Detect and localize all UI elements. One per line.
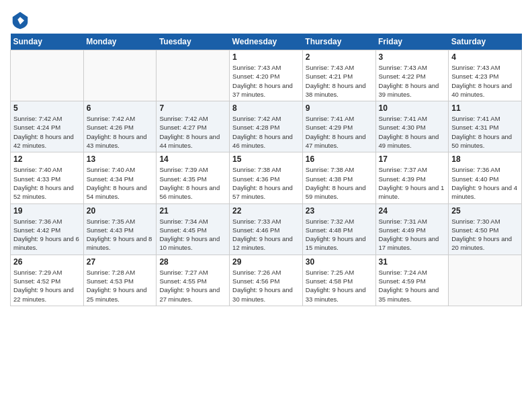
day-cell: 13Sunrise: 7:40 AM Sunset: 4:34 PM Dayli… bbox=[83, 152, 157, 203]
day-number: 23 bbox=[306, 206, 373, 216]
day-number: 4 bbox=[451, 52, 519, 62]
day-cell: 19Sunrise: 7:36 AM Sunset: 4:42 PM Dayli… bbox=[11, 203, 84, 255]
logo bbox=[10, 9, 32, 30]
day-number: 10 bbox=[379, 103, 446, 113]
day-cell: 17Sunrise: 7:37 AM Sunset: 4:39 PM Dayli… bbox=[375, 152, 449, 203]
day-cell: 7Sunrise: 7:42 AM Sunset: 4:27 PM Daylig… bbox=[157, 101, 230, 152]
day-number: 18 bbox=[451, 154, 519, 164]
day-number: 6 bbox=[87, 103, 154, 113]
day-info: Sunrise: 7:31 AM Sunset: 4:49 PM Dayligh… bbox=[379, 217, 446, 253]
day-cell: 20Sunrise: 7:35 AM Sunset: 4:43 PM Dayli… bbox=[83, 203, 157, 255]
day-number: 25 bbox=[451, 206, 519, 216]
day-info: Sunrise: 7:41 AM Sunset: 4:30 PM Dayligh… bbox=[379, 114, 446, 150]
day-cell: 2Sunrise: 7:43 AM Sunset: 4:21 PM Daylig… bbox=[302, 50, 375, 101]
day-info: Sunrise: 7:41 AM Sunset: 4:29 PM Dayligh… bbox=[306, 114, 373, 150]
day-header-tuesday: Tuesday bbox=[157, 34, 230, 50]
day-number: 19 bbox=[13, 206, 81, 216]
day-cell: 18Sunrise: 7:36 AM Sunset: 4:40 PM Dayli… bbox=[449, 152, 522, 203]
day-info: Sunrise: 7:41 AM Sunset: 4:31 PM Dayligh… bbox=[451, 114, 519, 150]
day-info: Sunrise: 7:42 AM Sunset: 4:28 PM Dayligh… bbox=[232, 114, 300, 150]
day-cell: 11Sunrise: 7:41 AM Sunset: 4:31 PM Dayli… bbox=[449, 101, 522, 152]
day-cell: 21Sunrise: 7:34 AM Sunset: 4:45 PM Dayli… bbox=[157, 203, 230, 255]
day-cell bbox=[11, 50, 84, 101]
day-header-saturday: Saturday bbox=[449, 34, 522, 50]
day-info: Sunrise: 7:26 AM Sunset: 4:56 PM Dayligh… bbox=[232, 268, 300, 304]
day-header-monday: Monday bbox=[83, 34, 157, 50]
day-info: Sunrise: 7:25 AM Sunset: 4:58 PM Dayligh… bbox=[306, 268, 373, 304]
day-number: 31 bbox=[379, 257, 446, 267]
day-number: 14 bbox=[159, 154, 226, 164]
day-cell: 22Sunrise: 7:33 AM Sunset: 4:46 PM Dayli… bbox=[230, 203, 303, 255]
day-number: 1 bbox=[232, 52, 300, 62]
day-info: Sunrise: 7:37 AM Sunset: 4:39 PM Dayligh… bbox=[379, 165, 446, 201]
week-row-1: 1Sunrise: 7:43 AM Sunset: 4:20 PM Daylig… bbox=[11, 50, 522, 101]
week-row-5: 26Sunrise: 7:29 AM Sunset: 4:52 PM Dayli… bbox=[11, 255, 522, 306]
day-info: Sunrise: 7:42 AM Sunset: 4:27 PM Dayligh… bbox=[159, 114, 226, 150]
header-row: SundayMondayTuesdayWednesdayThursdayFrid… bbox=[11, 34, 522, 50]
day-info: Sunrise: 7:40 AM Sunset: 4:34 PM Dayligh… bbox=[87, 165, 154, 201]
logo-icon bbox=[10, 9, 30, 30]
day-cell: 30Sunrise: 7:25 AM Sunset: 4:58 PM Dayli… bbox=[302, 255, 375, 306]
day-cell: 3Sunrise: 7:43 AM Sunset: 4:22 PM Daylig… bbox=[375, 50, 449, 101]
day-cell bbox=[83, 50, 157, 101]
day-cell: 25Sunrise: 7:30 AM Sunset: 4:50 PM Dayli… bbox=[449, 203, 522, 255]
day-header-friday: Friday bbox=[375, 34, 449, 50]
day-info: Sunrise: 7:24 AM Sunset: 4:59 PM Dayligh… bbox=[379, 268, 446, 304]
day-info: Sunrise: 7:43 AM Sunset: 4:23 PM Dayligh… bbox=[451, 63, 519, 99]
day-number: 9 bbox=[306, 103, 373, 113]
day-cell: 16Sunrise: 7:38 AM Sunset: 4:38 PM Dayli… bbox=[302, 152, 375, 203]
day-cell: 10Sunrise: 7:41 AM Sunset: 4:30 PM Dayli… bbox=[375, 101, 449, 152]
day-info: Sunrise: 7:42 AM Sunset: 4:26 PM Dayligh… bbox=[87, 114, 154, 150]
day-info: Sunrise: 7:30 AM Sunset: 4:50 PM Dayligh… bbox=[451, 217, 519, 253]
day-cell: 27Sunrise: 7:28 AM Sunset: 4:53 PM Dayli… bbox=[83, 255, 157, 306]
day-info: Sunrise: 7:38 AM Sunset: 4:38 PM Dayligh… bbox=[306, 165, 373, 201]
day-header-wednesday: Wednesday bbox=[230, 34, 303, 50]
day-info: Sunrise: 7:36 AM Sunset: 4:42 PM Dayligh… bbox=[13, 217, 81, 253]
day-cell: 26Sunrise: 7:29 AM Sunset: 4:52 PM Dayli… bbox=[11, 255, 84, 306]
day-info: Sunrise: 7:36 AM Sunset: 4:40 PM Dayligh… bbox=[451, 165, 519, 201]
day-info: Sunrise: 7:42 AM Sunset: 4:24 PM Dayligh… bbox=[13, 114, 81, 150]
day-number: 30 bbox=[306, 257, 373, 267]
day-cell: 4Sunrise: 7:43 AM Sunset: 4:23 PM Daylig… bbox=[449, 50, 522, 101]
day-number: 17 bbox=[379, 154, 446, 164]
day-info: Sunrise: 7:39 AM Sunset: 4:35 PM Dayligh… bbox=[159, 165, 226, 201]
day-number: 29 bbox=[232, 257, 300, 267]
day-number: 22 bbox=[232, 206, 300, 216]
day-cell: 1Sunrise: 7:43 AM Sunset: 4:20 PM Daylig… bbox=[230, 50, 303, 101]
day-cell: 5Sunrise: 7:42 AM Sunset: 4:24 PM Daylig… bbox=[11, 101, 84, 152]
day-cell: 12Sunrise: 7:40 AM Sunset: 4:33 PM Dayli… bbox=[11, 152, 84, 203]
day-info: Sunrise: 7:32 AM Sunset: 4:48 PM Dayligh… bbox=[306, 217, 373, 253]
day-number: 3 bbox=[379, 52, 446, 62]
day-info: Sunrise: 7:33 AM Sunset: 4:46 PM Dayligh… bbox=[232, 217, 300, 253]
day-number: 26 bbox=[13, 257, 81, 267]
day-header-sunday: Sunday bbox=[11, 34, 84, 50]
day-number: 12 bbox=[13, 154, 81, 164]
header bbox=[10, 7, 522, 30]
page: SundayMondayTuesdayWednesdayThursdayFrid… bbox=[0, 0, 532, 313]
day-number: 20 bbox=[87, 206, 154, 216]
week-row-2: 5Sunrise: 7:42 AM Sunset: 4:24 PM Daylig… bbox=[11, 101, 522, 152]
day-cell: 23Sunrise: 7:32 AM Sunset: 4:48 PM Dayli… bbox=[302, 203, 375, 255]
day-number: 7 bbox=[159, 103, 226, 113]
day-number: 15 bbox=[232, 154, 300, 164]
day-cell: 15Sunrise: 7:38 AM Sunset: 4:36 PM Dayli… bbox=[230, 152, 303, 203]
day-info: Sunrise: 7:43 AM Sunset: 4:20 PM Dayligh… bbox=[232, 63, 300, 99]
day-number: 21 bbox=[159, 206, 226, 216]
day-info: Sunrise: 7:34 AM Sunset: 4:45 PM Dayligh… bbox=[159, 217, 226, 253]
day-cell: 31Sunrise: 7:24 AM Sunset: 4:59 PM Dayli… bbox=[375, 255, 449, 306]
day-number: 16 bbox=[306, 154, 373, 164]
day-info: Sunrise: 7:38 AM Sunset: 4:36 PM Dayligh… bbox=[232, 165, 300, 201]
day-info: Sunrise: 7:43 AM Sunset: 4:22 PM Dayligh… bbox=[379, 63, 446, 99]
day-header-thursday: Thursday bbox=[302, 34, 375, 50]
day-cell bbox=[157, 50, 230, 101]
day-number: 27 bbox=[87, 257, 154, 267]
day-cell: 8Sunrise: 7:42 AM Sunset: 4:28 PM Daylig… bbox=[230, 101, 303, 152]
day-number: 2 bbox=[306, 52, 373, 62]
day-info: Sunrise: 7:29 AM Sunset: 4:52 PM Dayligh… bbox=[13, 268, 81, 304]
day-number: 13 bbox=[87, 154, 154, 164]
week-row-3: 12Sunrise: 7:40 AM Sunset: 4:33 PM Dayli… bbox=[11, 152, 522, 203]
day-cell: 29Sunrise: 7:26 AM Sunset: 4:56 PM Dayli… bbox=[230, 255, 303, 306]
day-number: 24 bbox=[379, 206, 446, 216]
day-info: Sunrise: 7:27 AM Sunset: 4:55 PM Dayligh… bbox=[159, 268, 226, 304]
day-info: Sunrise: 7:28 AM Sunset: 4:53 PM Dayligh… bbox=[87, 268, 154, 304]
